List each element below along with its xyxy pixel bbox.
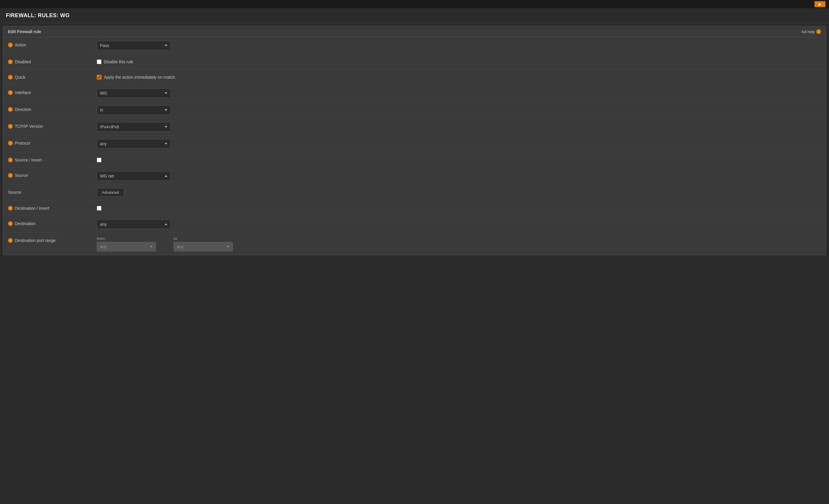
direction-select[interactable]: in out <box>97 105 171 115</box>
top-bar: ▶ <box>0 0 829 8</box>
label-disabled: i Disabled <box>8 58 97 64</box>
form-row-dest-invert: i Destination / Invert <box>3 201 826 216</box>
control-action: Pass Block Reject <box>97 41 821 50</box>
advanced-button[interactable]: Advanced <box>97 188 124 197</box>
info-icon-source: i <box>8 173 13 178</box>
info-icon-tcpip: i <box>8 124 13 129</box>
control-protocol: any TCP UDP ICMP <box>97 139 821 148</box>
info-icon-dest-invert: i <box>8 206 13 211</box>
disabled-checkbox-label: Disable this rule <box>104 60 134 64</box>
content-area: Edit Firewall rule full help i i Action … <box>3 26 826 255</box>
control-dest-invert <box>97 204 821 211</box>
disabled-checkbox[interactable] <box>97 60 102 64</box>
tcpip-select[interactable]: IPv4+IPv6 IPv4 IPv6 <box>97 122 171 132</box>
control-destination: any LAN net WG net <box>97 219 821 229</box>
action-select[interactable]: Pass Block Reject <box>97 41 171 50</box>
control-source-advanced: Advanced <box>97 188 821 197</box>
info-icon-source-invert: i <box>8 158 13 163</box>
quick-checkbox-label: Apply the action immediately on match. <box>104 75 176 79</box>
source-invert-checkbox[interactable] <box>97 158 102 163</box>
label-tcpip: i TCP/IP Version <box>8 122 97 129</box>
info-icon-destination: i <box>8 221 13 226</box>
label-source: i Source <box>8 171 97 178</box>
to-label: to: <box>174 236 233 241</box>
form-row-protocol: i Protocol any TCP UDP ICMP <box>3 136 826 152</box>
info-icon-direction: i <box>8 107 13 112</box>
label-dest-invert: i Destination / Invert <box>8 204 97 211</box>
quick-checkbox[interactable] <box>97 75 102 79</box>
label-direction: i Direction <box>8 105 97 112</box>
port-from-select[interactable]: any <box>97 242 156 251</box>
control-dest-port: from: any to: any <box>97 236 821 251</box>
dest-invert-checkbox[interactable] <box>97 206 102 211</box>
full-help-label: full help <box>801 30 815 34</box>
label-source-invert: i Source / Invert <box>8 156 97 163</box>
top-bar-button[interactable]: ▶ <box>815 1 825 7</box>
control-disabled: Disable this rule <box>97 58 821 64</box>
label-source-advanced: Source <box>8 188 97 194</box>
label-interface: i Interface <box>8 88 97 95</box>
form-row-action: i Action Pass Block Reject <box>3 37 826 54</box>
form-row-source-invert: i Source / Invert <box>3 152 826 168</box>
full-help-link[interactable]: full help i <box>801 29 821 34</box>
control-tcpip: IPv4+IPv6 IPv4 IPv6 <box>97 122 821 132</box>
control-interface: WG LAN WAN <box>97 88 821 98</box>
info-icon-disabled: i <box>8 60 13 64</box>
port-to-select[interactable]: any <box>174 242 233 251</box>
page-header: FIREWALL: RULES: WG <box>0 8 829 23</box>
from-label: from: <box>97 236 156 241</box>
full-help-icon: i <box>816 29 821 34</box>
destination-select[interactable]: any LAN net WG net <box>97 219 171 229</box>
control-direction: in out <box>97 105 821 115</box>
form-row-interface: i Interface WG LAN WAN <box>3 85 826 102</box>
form-row-destination: i Destination any LAN net WG net <box>3 216 826 233</box>
info-icon-protocol: i <box>8 141 13 146</box>
label-action: i Action <box>8 41 97 47</box>
control-quick: Apply the action immediately on match. <box>97 73 821 79</box>
form-row-disabled: i Disabled Disable this rule <box>3 54 826 70</box>
label-protocol: i Protocol <box>8 139 97 146</box>
form-row-dest-port: i Destination port range from: any to: a… <box>3 233 826 255</box>
form-row-source: i Source WG net any LAN net <box>3 168 826 185</box>
form-body: i Action Pass Block Reject i Disabled Di <box>3 37 826 255</box>
form-row-direction: i Direction in out <box>3 102 826 119</box>
source-select[interactable]: WG net any LAN net <box>97 171 171 181</box>
info-icon-action: i <box>8 43 13 47</box>
content-header-title: Edit Firewall rule <box>8 29 41 34</box>
info-icon-dest-port: i <box>8 238 13 243</box>
info-icon-interface: i <box>8 90 13 95</box>
form-row-tcpip: i TCP/IP Version IPv4+IPv6 IPv4 IPv6 <box>3 119 826 136</box>
label-quick: i Quick <box>8 73 97 79</box>
form-row-quick: i Quick Apply the action immediately on … <box>3 70 826 85</box>
page-title: FIREWALL: RULES: WG <box>6 12 70 19</box>
interface-select[interactable]: WG LAN WAN <box>97 88 171 98</box>
label-destination: i Destination <box>8 219 97 226</box>
form-row-source-advanced: Source Advanced <box>3 185 826 201</box>
protocol-select[interactable]: any TCP UDP ICMP <box>97 139 171 148</box>
info-icon-quick: i <box>8 75 13 79</box>
control-source-invert <box>97 156 821 163</box>
content-header: Edit Firewall rule full help i <box>3 26 826 37</box>
control-source: WG net any LAN net <box>97 171 821 181</box>
label-dest-port: i Destination port range <box>8 236 97 243</box>
